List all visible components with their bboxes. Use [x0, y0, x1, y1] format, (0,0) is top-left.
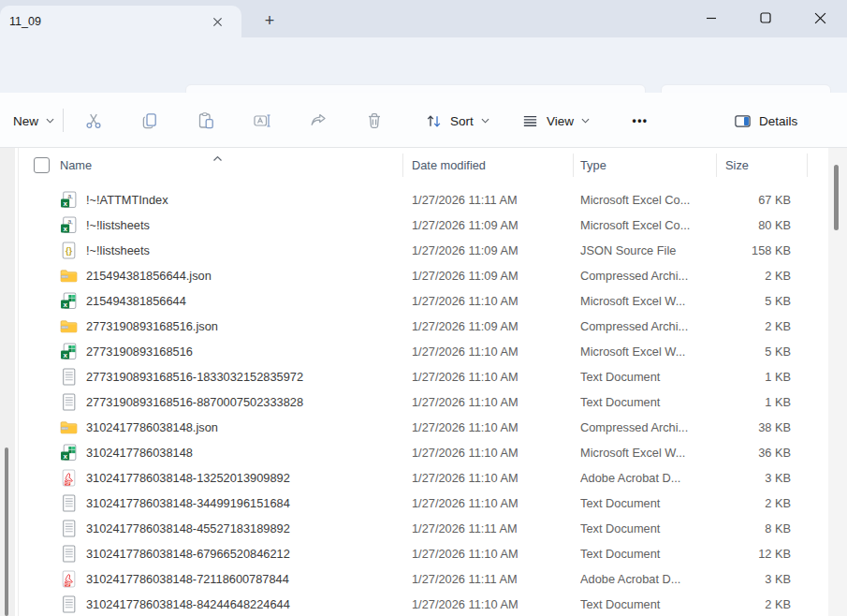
file-row[interactable]: 2773190893168516.json1/27/2026 11:09 AMC… — [0, 314, 828, 339]
file-name[interactable]: 2773190893168516.json — [86, 314, 397, 339]
file-row[interactable]: a,x!~!listsheets1/27/2026 11:09 AMMicros… — [0, 213, 828, 238]
sort-label: Sort — [450, 114, 474, 128]
svg-text:PDF: PDF — [65, 482, 70, 486]
file-row[interactable]: 3102417786038148-842446482246441/27/2026… — [0, 592, 828, 616]
file-name[interactable]: 2773190893168516 — [86, 339, 397, 364]
minimize-button[interactable] — [684, 0, 738, 36]
see-more-button[interactable]: ••• — [623, 105, 657, 137]
nav-pane-scrollbar-thumb[interactable] — [5, 447, 8, 616]
file-size: 3 KB — [708, 465, 791, 491]
file-row[interactable]: a,x!~!ATTMTIndex1/27/2026 11:11 AMMicros… — [0, 187, 828, 213]
details-pane-button[interactable]: Details — [728, 105, 803, 137]
tab-title: 11_09 — [9, 15, 206, 28]
list-scrollbar-thumb[interactable] — [834, 165, 839, 230]
svg-text:a,: a, — [67, 218, 73, 225]
column-header-type[interactable]: Type — [580, 148, 606, 183]
list-scrollbar-track[interactable] — [828, 148, 847, 616]
file-explorer-window: 11_09 + — [0, 0, 847, 616]
excel-csv-file-icon: a,x — [60, 216, 78, 234]
file-row[interactable]: 3102417786038148.json1/27/2026 11:10 AMC… — [0, 415, 828, 440]
file-type: Text Document — [580, 541, 713, 566]
column-header-date-modified[interactable]: Date modified — [412, 148, 486, 183]
file-name[interactable]: 3102417786038148 — [86, 440, 397, 465]
file-name[interactable]: 3102417786038148-13252013909892 — [86, 465, 397, 491]
svg-text:x: x — [63, 199, 67, 208]
share-icon[interactable] — [302, 105, 334, 137]
sort-button[interactable]: Sort — [419, 105, 495, 137]
file-row[interactable]: PDF3102417786038148-132520139098921/27/2… — [0, 465, 828, 491]
file-size: 36 KB — [708, 440, 791, 465]
file-type: Microsoft Excel Co... — [580, 187, 713, 213]
column-header-name[interactable]: Name — [60, 148, 92, 183]
file-row[interactable]: 3102417786038148-679665208462121/27/2026… — [0, 541, 828, 566]
view-button[interactable]: View — [516, 105, 595, 137]
file-type: Compressed Archi... — [580, 415, 713, 440]
file-size: 38 KB — [708, 415, 791, 440]
file-row[interactable]: x2154943818566441/27/2026 11:10 AMMicros… — [0, 288, 828, 314]
file-row[interactable]: 2773190893168516-18330321528359721/27/20… — [0, 364, 828, 389]
rename-icon[interactable] — [246, 105, 278, 137]
close-button[interactable] — [793, 0, 847, 36]
column-divider[interactable] — [807, 154, 808, 177]
nav-pane-scrollbar-track[interactable] — [0, 148, 15, 616]
new-button[interactable]: New — [9, 106, 58, 136]
file-name[interactable]: 2773190893168516-1833032152835972 — [86, 364, 397, 389]
file-row[interactable]: 215494381856644.json1/27/2026 11:09 AMCo… — [0, 263, 828, 288]
file-name[interactable]: 3102417786038148-67966520846212 — [86, 541, 397, 566]
file-type: Microsoft Excel W... — [580, 288, 713, 314]
maximize-button[interactable] — [738, 0, 793, 36]
svg-text:PDF: PDF — [65, 583, 70, 587]
chevron-down-icon — [481, 118, 489, 124]
tab-band: 11_09 + — [0, 0, 847, 37]
file-type: Microsoft Excel W... — [580, 440, 713, 465]
file-size: 2 KB — [708, 491, 791, 516]
file-name[interactable]: 3102417786038148-72118600787844 — [86, 566, 397, 592]
file-name[interactable]: 3102417786038148-34499196151684 — [86, 491, 397, 516]
column-divider[interactable] — [573, 154, 574, 177]
navigation-bar: ••• 2026_01_27 11_09 — [0, 37, 847, 93]
new-tab-button[interactable]: + — [255, 7, 285, 35]
file-name[interactable]: 3102417786038148.json — [86, 415, 397, 440]
zip-file-icon — [60, 317, 78, 335]
file-name[interactable]: !~!ATTMTIndex — [86, 187, 397, 213]
paste-icon[interactable] — [190, 105, 222, 137]
chevron-down-icon — [46, 118, 54, 124]
pane-divider — [18, 148, 19, 616]
excel-file-icon: x — [60, 444, 78, 462]
file-name[interactable]: 3102417786038148-45527183189892 — [86, 516, 397, 541]
copy-icon[interactable] — [134, 105, 166, 137]
file-row[interactable]: 3102417786038148-455271831898921/27/2026… — [0, 516, 828, 541]
svg-text:a,: a, — [67, 193, 73, 199]
file-row[interactable]: PDF3102417786038148-721186007878441/27/2… — [0, 566, 828, 592]
file-date-modified: 1/27/2026 11:10 AM — [412, 364, 569, 389]
file-type: Compressed Archi... — [580, 263, 713, 288]
file-name[interactable]: !~!listsheets — [86, 238, 397, 263]
file-size: 1 KB — [708, 364, 791, 389]
file-date-modified: 1/27/2026 11:09 AM — [412, 263, 569, 288]
file-row[interactable]: {}!~!listsheets1/27/2026 11:09 AMJSON So… — [0, 238, 828, 263]
file-row[interactable]: x27731908931685161/27/2026 11:10 AMMicro… — [0, 339, 828, 364]
column-divider[interactable] — [402, 154, 403, 177]
excel-file-icon: x — [60, 343, 78, 360]
column-divider[interactable] — [716, 154, 717, 177]
column-header-size[interactable]: Size — [725, 148, 749, 183]
cut-icon[interactable] — [78, 105, 110, 137]
file-date-modified: 1/27/2026 11:10 AM — [412, 288, 569, 314]
zip-file-icon — [60, 418, 78, 436]
select-all-checkbox[interactable] — [34, 157, 50, 173]
file-row[interactable]: 2773190893168516-88700075023338281/27/20… — [0, 389, 828, 415]
file-name[interactable]: !~!listsheets — [86, 213, 397, 238]
svg-text:x: x — [63, 351, 67, 359]
file-row[interactable]: x31024177860381481/27/2026 11:10 AMMicro… — [0, 440, 828, 465]
delete-icon[interactable] — [358, 105, 390, 137]
file-row[interactable]: 3102417786038148-344991961516841/27/2026… — [0, 491, 828, 516]
file-type: Adobe Acrobat D... — [580, 465, 713, 491]
file-name[interactable]: 215494381856644 — [86, 288, 397, 314]
file-name[interactable]: 215494381856644.json — [86, 263, 397, 288]
file-type: Text Document — [580, 592, 713, 616]
file-name[interactable]: 3102417786038148-84244648224644 — [86, 592, 397, 616]
file-name[interactable]: 2773190893168516-8870007502333828 — [86, 389, 397, 415]
file-type: Compressed Archi... — [580, 314, 713, 339]
tab-close-icon[interactable] — [206, 10, 228, 33]
explorer-tab[interactable]: 11_09 — [0, 6, 241, 37]
